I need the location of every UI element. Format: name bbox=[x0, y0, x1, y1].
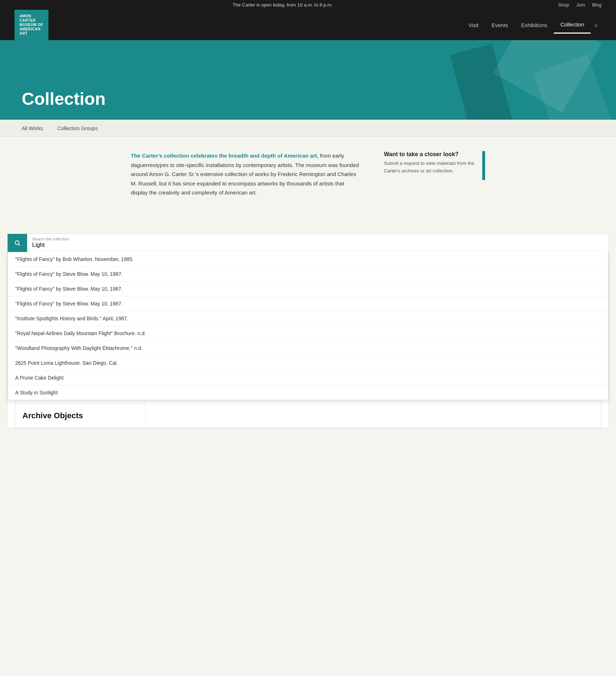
nav-events[interactable]: Events bbox=[485, 17, 515, 33]
hero-content: Collection bbox=[0, 74, 127, 120]
aside-body: Submit a request to view materials from … bbox=[384, 160, 479, 175]
intro-text: The Carter's collection celebrates the b… bbox=[131, 151, 362, 197]
nav-collection[interactable]: Collection bbox=[554, 16, 591, 34]
search-icon bbox=[14, 240, 21, 246]
autocomplete-item[interactable]: 2625 Point Loma Lighthouse. San Diego, C… bbox=[8, 356, 608, 371]
autocomplete-item[interactable]: "Woodland Photography With Daylight Ekta… bbox=[8, 341, 608, 356]
svg-line-1 bbox=[19, 244, 20, 245]
subnav-collection-groups[interactable]: Collection Groups bbox=[57, 120, 105, 136]
intro-aside-text: Want to take a closer look? Submit a req… bbox=[384, 151, 479, 175]
nav-exhibitions[interactable]: Exhibitions bbox=[515, 17, 554, 33]
archive-label: Archive Objects bbox=[22, 411, 83, 420]
autocomplete-item[interactable]: "Royal Nepal Airlines Daily Mountain Fli… bbox=[8, 326, 608, 341]
search-input-wrap: Search the collection bbox=[27, 234, 608, 252]
intro-bold-text: The Carter's collection celebrates the b… bbox=[131, 153, 318, 159]
top-bar: The Carter is open today, from 10 a.m. t… bbox=[0, 0, 616, 10]
search-icon[interactable]: ⌕ bbox=[591, 17, 602, 33]
autocomplete-item[interactable]: A Prune Cake Delight bbox=[8, 371, 608, 385]
nav-join[interactable]: Join bbox=[576, 2, 585, 8]
search-label: Search the collection bbox=[32, 237, 603, 241]
search-bar: Search the collection "Flights of Fancy"… bbox=[8, 234, 608, 252]
autocomplete-item[interactable]: "Flights of Fancy" by Steve Blow. May 10… bbox=[8, 296, 608, 311]
aside-title: Want to take a closer look? bbox=[384, 151, 479, 158]
aside-accent-bar bbox=[482, 151, 485, 180]
svg-point-0 bbox=[15, 241, 19, 245]
nav-shop[interactable]: Shop bbox=[558, 2, 569, 8]
main-nav: AMON CARTER MUSEUM OF AMERICAN ART Visit… bbox=[0, 10, 616, 40]
autocomplete-item[interactable]: "Flights of Fancy" by Steve Blow. May 10… bbox=[8, 267, 608, 282]
hero-section: Collection bbox=[0, 40, 616, 120]
search-filter-area: Search the collection "Flights of Fancy"… bbox=[7, 234, 609, 428]
intro-rest-text: from early daguerreotypes to site-specif… bbox=[131, 153, 359, 196]
autocomplete-dropdown: "Flights of Fancy" by Bob Wharton. Novem… bbox=[8, 252, 608, 400]
autocomplete-item[interactable]: "Institute Spotlights History and Birds.… bbox=[8, 311, 608, 326]
search-button[interactable] bbox=[8, 234, 27, 252]
autocomplete-item[interactable]: "Flights of Fancy" by Steve Blow. May 10… bbox=[8, 282, 608, 296]
archive-label-section: Archive Objects bbox=[15, 404, 145, 428]
top-bar-message: The Carter is open today, from 10 a.m. t… bbox=[14, 2, 551, 8]
main-content: The Carter's collection celebrates the b… bbox=[109, 137, 507, 226]
nav-links: Visit Events Exhibitions Collection ⌕ bbox=[462, 16, 602, 34]
site-logo[interactable]: AMON CARTER MUSEUM OF AMERICAN ART bbox=[14, 10, 48, 40]
intro-aside: Want to take a closer look? Submit a req… bbox=[384, 151, 485, 197]
nav-visit[interactable]: Visit bbox=[462, 17, 485, 33]
hero-title: Collection bbox=[22, 89, 106, 109]
subnav-all-works[interactable]: All Works bbox=[22, 120, 50, 136]
nav-blog[interactable]: Blog bbox=[592, 2, 602, 8]
autocomplete-item[interactable]: A Study in Sunlight bbox=[8, 385, 608, 400]
intro-section: The Carter's collection celebrates the b… bbox=[131, 151, 485, 197]
search-input[interactable] bbox=[32, 241, 603, 251]
subnav: All Works Collection Groups bbox=[0, 120, 616, 137]
autocomplete-item[interactable]: "Flights of Fancy" by Bob Wharton. Novem… bbox=[8, 252, 608, 267]
